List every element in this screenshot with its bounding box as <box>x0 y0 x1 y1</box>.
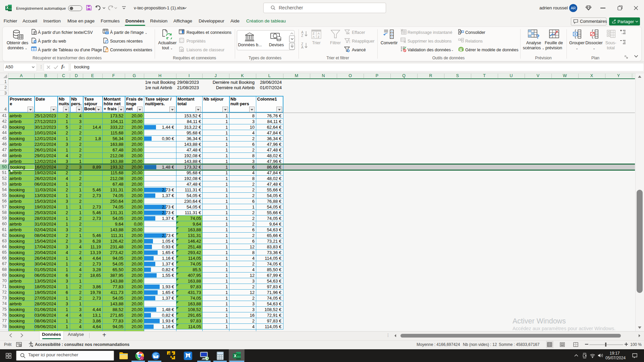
svg-text:A: A <box>318 32 320 35</box>
svg-text:Z: Z <box>313 32 315 35</box>
svg-text:r: r <box>142 357 143 360</box>
svg-text:Z: Z <box>318 35 320 39</box>
svg-text:A: A <box>301 31 304 34</box>
svg-text:JB: JB <box>460 49 462 51</box>
svg-text:X: X <box>234 354 236 358</box>
svg-text:Z: Z <box>301 34 303 37</box>
svg-text:A: A <box>313 35 315 39</box>
svg-text:X: X <box>6 6 8 10</box>
svg-text:?: ? <box>536 34 539 39</box>
svg-text:A: A <box>301 46 304 49</box>
